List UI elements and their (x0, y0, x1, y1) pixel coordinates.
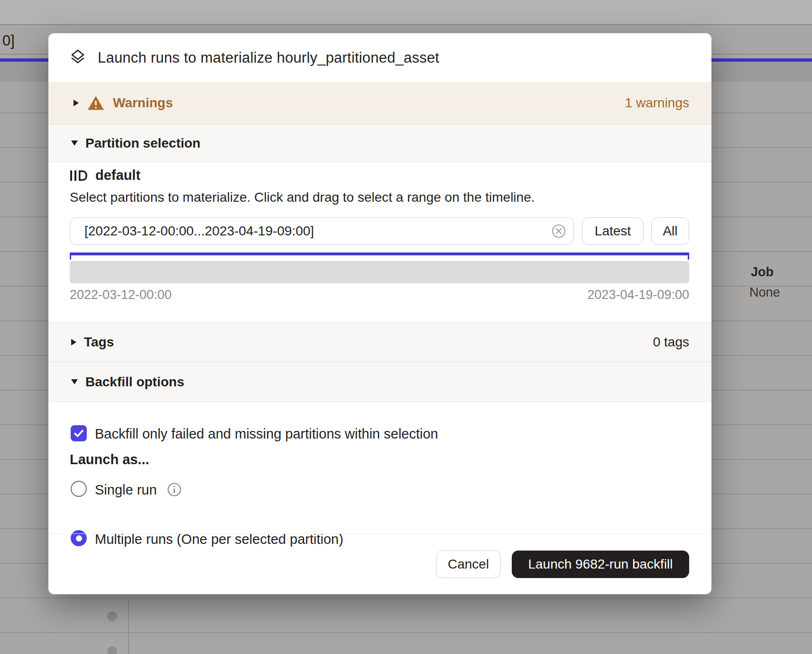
dialog-title: Launch runs to materialize hourly_partit… (98, 49, 439, 66)
launch-as-label: Launch as... (70, 452, 149, 467)
launch-backfill-button[interactable]: Launch 9682-run backfill (512, 551, 689, 578)
info-icon[interactable] (167, 482, 182, 497)
timeline-end-label: 2023-04-19-09:00 (587, 288, 689, 302)
partition-dimension-row: default (70, 168, 140, 183)
background-column-divider (128, 598, 129, 654)
clear-input-icon[interactable] (551, 224, 566, 239)
caret-right-icon (71, 339, 76, 346)
materialize-icon (69, 48, 86, 67)
partition-selection-label: Partition selection (85, 136, 201, 151)
dialog-header: Launch runs to materialize hourly_partit… (48, 33, 711, 82)
cancel-button[interactable]: Cancel (436, 551, 501, 578)
warning-triangle-icon (87, 95, 104, 111)
backfill-only-failed-checkbox[interactable] (71, 425, 87, 441)
backfill-only-failed-label[interactable]: Backfill only failed and missing partiti… (95, 426, 438, 442)
tags-count: 0 tags (653, 335, 689, 350)
partition-selection-description: Select partitions to materialize. Click … (70, 190, 535, 205)
tags-section-header[interactable]: Tags 0 tags (48, 322, 711, 362)
tags-label: Tags (84, 335, 114, 350)
partition-selection-section-header[interactable]: Partition selection (48, 124, 711, 162)
partition-dimension-name: default (95, 168, 140, 183)
warnings-label: Warnings (113, 95, 173, 111)
background-status-dot (107, 611, 117, 621)
latest-button[interactable]: Latest (582, 217, 644, 245)
partition-timeline[interactable] (70, 261, 689, 283)
single-run-radio[interactable] (71, 481, 87, 497)
all-button[interactable]: All (651, 217, 689, 245)
warnings-section-header[interactable]: Warnings 1 warnings (48, 82, 711, 124)
backfill-options-label: Backfill options (85, 374, 184, 390)
background-toolbar (0, 0, 812, 25)
partition-icon (70, 169, 88, 182)
timeline-selection-bracket (70, 252, 689, 260)
caret-down-icon (71, 379, 78, 384)
background-job-column-header: Job (751, 265, 774, 280)
radio-dot (76, 535, 82, 542)
caret-right-icon (74, 100, 79, 106)
timeline-start-label: 2022-03-12-00:00 (70, 288, 172, 302)
single-run-label[interactable]: Single run (95, 482, 157, 498)
background-partial-input-text: 0] (2, 32, 15, 49)
backfill-options-section-header[interactable]: Backfill options (48, 362, 711, 402)
caret-down-icon (71, 140, 78, 146)
launch-backfill-dialog: Launch runs to materialize hourly_partit… (48, 33, 711, 594)
check-icon (73, 427, 85, 439)
partition-range-input[interactable] (70, 217, 574, 245)
background-job-column-value: None (749, 285, 780, 300)
warnings-count: 1 warnings (625, 95, 689, 111)
footer-divider (48, 533, 711, 534)
multiple-runs-radio[interactable] (71, 530, 87, 546)
background-status-dot (107, 646, 117, 654)
